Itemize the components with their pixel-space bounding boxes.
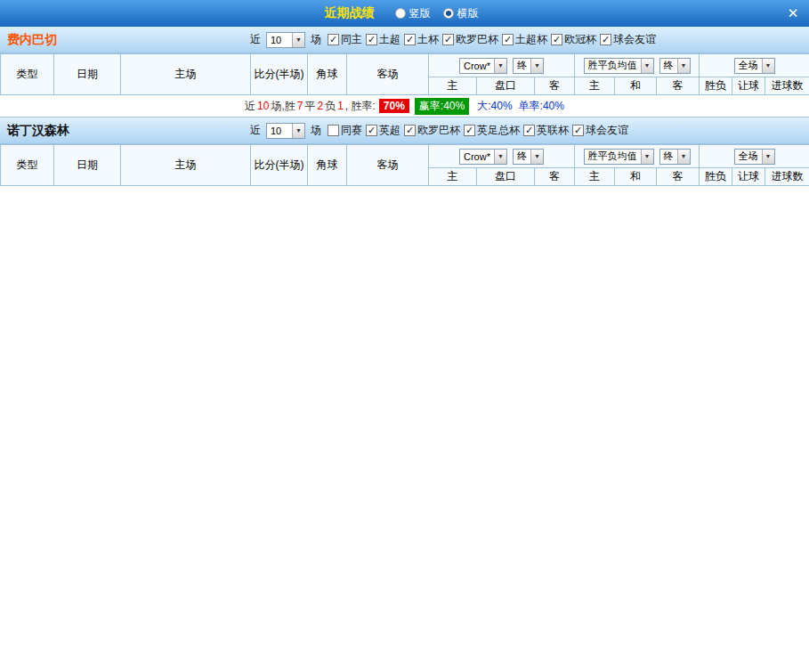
checkbox-icon[interactable]: ✓: [328, 34, 339, 45]
subcol-euro-draw: 和: [615, 77, 657, 95]
summary-part: 赢率:40%: [415, 98, 469, 115]
summary-part: 7: [297, 100, 303, 112]
checkbox-icon[interactable]: [328, 125, 339, 136]
filter-checkbox-label: 土超: [379, 32, 400, 47]
summary-part: 负: [325, 99, 336, 114]
match-count-select[interactable]: 10 ▼: [266, 32, 305, 48]
summary-row: 近10场,胜7平2负1, 胜率:70%赢率:40%大:40%单率:40%: [0, 95, 809, 117]
filter-checkbox-欧罗巴杯[interactable]: ✓欧罗巴杯: [442, 32, 500, 47]
layout-radio-horizontal[interactable]: 横版: [443, 6, 479, 21]
subcol-euro-draw: 和: [615, 168, 657, 186]
filter-unit-label: 场: [311, 123, 321, 138]
filter-checkboxes: ✓同主✓土超✓土杯✓欧罗巴杯✓土超杯✓欧冠杯✓球会友谊: [328, 32, 659, 47]
filter-checkbox-欧罗巴杯[interactable]: ✓欧罗巴杯: [404, 123, 462, 138]
filter-checkbox-label: 英超: [379, 123, 400, 138]
summary-part: 单率:40%: [519, 99, 564, 114]
subcol-result: 胜负: [700, 77, 732, 95]
filter-checkbox-英超[interactable]: ✓英超: [366, 123, 402, 138]
subcol-result: 胜负: [700, 168, 732, 186]
filter-checkbox-球会友谊[interactable]: ✓球会友谊: [572, 123, 630, 138]
chevron-down-icon: ▼: [762, 150, 774, 164]
filter-checkbox-英联杯[interactable]: ✓英联杯: [523, 123, 570, 138]
subcol-asian-away: 客: [535, 168, 575, 186]
final-odds-select[interactable]: 终▼: [513, 58, 544, 74]
results-table: 类型 日期 主场 比分(半场) 角球 客场 Crow*▼终▼ 胜平负均值▼终▼ …: [0, 144, 809, 186]
team-name: 诺丁汉森林: [7, 123, 247, 139]
filter-checkbox-label: 同主: [341, 32, 362, 47]
col-score: 比分(半场): [251, 54, 308, 95]
team-section: 诺丁汉森林 近 10 ▼ 场 同赛✓英超✓欧罗巴杯✓英足总杯✓英联杯✓球会友谊: [0, 117, 809, 186]
filter-checkbox-土超[interactable]: ✓土超: [366, 32, 402, 47]
checkbox-icon[interactable]: ✓: [366, 34, 377, 45]
euro-odds-group: 胜平负均值▼终▼: [575, 54, 700, 77]
col-home: 主场: [121, 145, 251, 186]
dialog-title: 近期战绩: [325, 5, 375, 21]
filter-checkbox-label: 欧罗巴杯: [456, 32, 498, 47]
title-bar: 近期战绩 竖版 横版 ✕: [0, 0, 809, 27]
summary-part: 70%: [379, 99, 409, 113]
chevron-down-icon: ▼: [530, 59, 543, 73]
radio-icon: [443, 8, 454, 19]
filter-checkbox-英足总杯[interactable]: ✓英足总杯: [464, 123, 522, 138]
filter-checkbox-同赛[interactable]: 同赛: [328, 123, 364, 138]
filter-checkbox-label: 球会友谊: [613, 32, 656, 47]
odds-company-select[interactable]: Crow*▼: [459, 58, 507, 74]
col-date: 日期: [54, 145, 121, 186]
full-match-group: 全场▼: [700, 54, 809, 77]
subcol-handicap: 盘口: [477, 77, 535, 95]
layout-radio-vertical[interactable]: 竖版: [395, 6, 431, 21]
col-home: 主场: [121, 54, 251, 95]
filter-unit-label: 场: [311, 32, 321, 47]
filter-checkbox-欧冠杯[interactable]: ✓欧冠杯: [551, 32, 598, 47]
filter-checkboxes: 同赛✓英超✓欧罗巴杯✓英足总杯✓英联杯✓球会友谊: [328, 123, 632, 138]
summary-part: 平: [304, 99, 315, 114]
filter-near-label: 近: [250, 32, 261, 47]
avg-odds-select[interactable]: 胜平负均值▼: [584, 58, 654, 74]
checkbox-icon[interactable]: ✓: [523, 125, 535, 136]
checkbox-icon[interactable]: ✓: [442, 34, 454, 45]
col-corner: 角球: [308, 54, 347, 95]
filter-bar: 近 10 ▼ 场 ✓同主✓土超✓土杯✓欧罗巴杯✓土超杯✓欧冠杯✓球会友谊: [247, 32, 659, 48]
count-value: 10: [271, 35, 281, 45]
filter-checkbox-土杯[interactable]: ✓土杯: [404, 32, 441, 47]
recent-results-dialog: 近期战绩 竖版 横版 ✕ 费内巴切 近 10 ▼ 场 ✓同主✓土超✓土杯✓欧罗巴…: [0, 0, 809, 672]
chevron-down-icon: ▼: [494, 150, 506, 164]
filter-checkbox-同主[interactable]: ✓同主: [328, 32, 364, 47]
filter-checkbox-label: 欧罗巴杯: [417, 123, 460, 138]
final-avg-select[interactable]: 终▼: [659, 149, 691, 165]
filter-checkbox-土超杯[interactable]: ✓土超杯: [502, 32, 549, 47]
chevron-down-icon: ▼: [292, 124, 304, 138]
subcol-euro-home: 主: [575, 168, 615, 186]
chevron-down-icon: ▼: [641, 59, 653, 73]
final-avg-select[interactable]: 终▼: [659, 58, 691, 74]
subcol-asian-home: 主: [429, 168, 477, 186]
subcol-asian-away: 客: [535, 77, 575, 95]
summary-part: 2: [317, 100, 323, 112]
euro-odds-group: 胜平负均值▼终▼: [575, 145, 700, 168]
odds-company-select[interactable]: Crow*▼: [459, 149, 507, 165]
close-icon[interactable]: ✕: [783, 4, 803, 23]
checkbox-icon[interactable]: ✓: [551, 34, 562, 45]
radio-label: 横版: [457, 6, 479, 21]
summary-part: , 胜率:: [345, 99, 376, 114]
summary-part: 10: [257, 100, 269, 112]
chevron-down-icon: ▼: [530, 150, 543, 164]
filter-checkbox-label: 球会友谊: [586, 123, 628, 138]
chevron-down-icon: ▼: [292, 33, 304, 47]
chevron-down-icon: ▼: [762, 59, 774, 73]
checkbox-icon[interactable]: ✓: [366, 125, 377, 136]
checkbox-icon[interactable]: ✓: [464, 125, 475, 136]
checkbox-icon[interactable]: ✓: [502, 34, 514, 45]
full-match-select[interactable]: 全场▼: [734, 58, 775, 74]
filter-checkbox-label: 土超杯: [515, 32, 547, 47]
checkbox-icon[interactable]: ✓: [404, 34, 416, 45]
checkbox-icon[interactable]: ✓: [404, 125, 416, 136]
summary-part: 大:40%: [477, 99, 512, 114]
filter-checkbox-球会友谊[interactable]: ✓球会友谊: [600, 32, 658, 47]
checkbox-icon[interactable]: ✓: [572, 125, 584, 136]
match-count-select[interactable]: 10 ▼: [266, 123, 305, 139]
final-odds-select[interactable]: 终▼: [513, 149, 544, 165]
full-match-select[interactable]: 全场▼: [734, 149, 775, 165]
checkbox-icon[interactable]: ✓: [600, 34, 611, 45]
avg-odds-select[interactable]: 胜平负均值▼: [584, 149, 654, 165]
